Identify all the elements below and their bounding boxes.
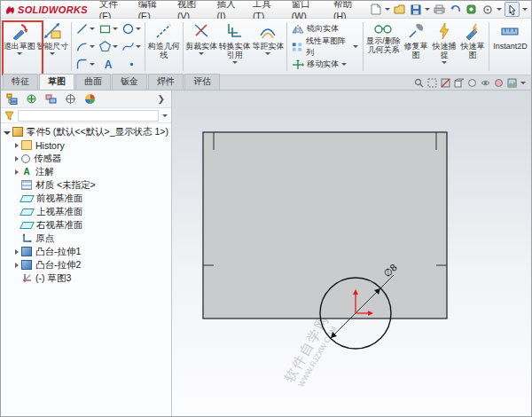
trim-entities-button[interactable]: 剪裁实体 [185, 20, 219, 74]
tree-item-sensors[interactable]: 传感器 [1, 152, 171, 165]
configuration-manager-tab[interactable] [43, 92, 58, 106]
scene-dropdown-icon[interactable] [520, 82, 526, 84]
new-dropdown-icon[interactable] [385, 8, 390, 11]
quick-snaps-button[interactable]: 快速捕捉 [430, 20, 458, 74]
select-dropdown-icon[interactable] [522, 8, 528, 11]
construction-geometry-button[interactable]: 构造几何线 [147, 20, 181, 74]
tree-item-boss-extrude1[interactable]: 凸台-拉伸1 [1, 245, 171, 258]
sketch-icon [21, 273, 32, 283]
tree-item-part[interactable]: 零件5 (默认<<默认>_显示状态 1>) [1, 125, 171, 138]
dimxpert-manager-tab[interactable] [63, 92, 77, 106]
solidworks-window: SOLIDWORKS 文件(F) 编辑(E) 视图(V) 插入(I) 工具(T)… [0, 0, 532, 417]
expand-icon[interactable] [15, 156, 19, 161]
display-style-icon[interactable] [467, 78, 477, 88]
print-icon[interactable] [433, 3, 446, 16]
circle-dropdown-icon[interactable] [136, 28, 141, 30]
fillet-tool-button[interactable] [74, 56, 97, 74]
tab-features[interactable]: 特征 [3, 74, 38, 90]
expand-icon[interactable] [15, 169, 19, 175]
move-entities-dropdown-icon[interactable] [341, 63, 347, 66]
tab-sheet-metal[interactable]: 钣金 [112, 74, 147, 90]
expand-icon[interactable] [15, 143, 19, 148]
graphics-viewport[interactable]: 软件自学网 WWW.RJZXW.COM 软件自学网 WWW.RJZXW.COM … [172, 90, 531, 416]
filter-funnel-icon[interactable] [4, 111, 14, 121]
fillet-dropdown-icon[interactable] [90, 63, 95, 66]
tree-item-origin[interactable]: 原点 [1, 232, 171, 245]
tree-item-material[interactable]: 材质 <未指定> [1, 178, 171, 192]
tab-sketch[interactable]: 草图 [39, 74, 74, 90]
view-orientation-icon[interactable] [454, 78, 464, 88]
expand-icon[interactable] [15, 263, 19, 268]
tab-evaluate[interactable]: 评估 [184, 74, 220, 90]
filter-input[interactable] [18, 110, 159, 122]
feature-manager-tab[interactable] [4, 92, 19, 106]
tree-item-front-plane[interactable]: 前视基准面 [1, 192, 171, 205]
rapid-sketch-button[interactable]: 快速草图 [458, 20, 487, 74]
tree-item-history[interactable]: History [1, 138, 171, 152]
spline-tool-button[interactable] [120, 38, 143, 56]
panel-expand-chevron[interactable]: ❯ [155, 94, 168, 104]
options-dropdown-icon[interactable] [497, 8, 502, 11]
display-relations-button[interactable]: 显示/删除几何关系 [365, 20, 402, 74]
repair-sketch-button[interactable]: 修复草图 [402, 20, 430, 74]
tab-weldments[interactable]: 焊件 [148, 74, 184, 90]
offset-entities-button[interactable]: 等距实体 [252, 20, 286, 74]
open-icon[interactable] [393, 3, 406, 16]
smart-dimension-button[interactable]: 智能尺寸 [36, 20, 70, 74]
text-tool-button[interactable]: A [97, 56, 120, 74]
options-gear-icon[interactable] [481, 3, 494, 16]
plane-icon [20, 222, 35, 229]
apply-scene-icon[interactable] [507, 78, 517, 88]
ribbon-separator [489, 22, 489, 71]
tree-item-label: 上视基准面 [36, 206, 83, 218]
property-manager-tab[interactable] [24, 92, 38, 106]
rectangle-tool-button[interactable] [97, 20, 120, 38]
expand-icon[interactable] [15, 249, 19, 255]
tree-item-annotations[interactable]: A 注解 [1, 165, 171, 178]
collapse-icon[interactable] [4, 131, 11, 135]
point-tool-button[interactable] [120, 56, 143, 74]
zoom-area-icon[interactable] [427, 78, 437, 88]
tree-item-sketch3[interactable]: (-) 草图3 [1, 271, 171, 285]
tree-filter-row [1, 108, 171, 123]
select-cursor-icon[interactable] [505, 2, 520, 17]
arc-dropdown-icon[interactable] [90, 45, 95, 48]
spline-dropdown-icon[interactable] [136, 45, 141, 48]
part-face[interactable] [203, 132, 447, 319]
polygon-tool-button[interactable] [97, 38, 120, 56]
quick-snaps-dropdown-icon[interactable] [442, 61, 447, 64]
save-dropdown-icon[interactable] [425, 8, 430, 11]
tab-surfaces[interactable]: 曲面 [75, 74, 111, 90]
tree-item-top-plane[interactable]: 上视基准面 [1, 205, 171, 218]
linear-pattern-button[interactable]: 线性草图阵列 [289, 38, 361, 56]
display-manager-tab[interactable] [82, 92, 97, 106]
save-icon[interactable] [409, 3, 422, 16]
offset-dropdown-icon[interactable] [265, 52, 270, 55]
circle-tool-button[interactable] [120, 20, 143, 38]
section-view-icon[interactable] [441, 78, 450, 88]
linear-pattern-dropdown-icon[interactable] [353, 45, 358, 48]
smart-dimension-dropdown-icon[interactable] [50, 52, 55, 55]
line-tool-button[interactable] [74, 20, 97, 38]
instant2d-button[interactable]: Instant2D [491, 20, 529, 74]
rectangle-dropdown-icon[interactable] [113, 28, 118, 30]
line-dropdown-icon[interactable] [90, 28, 95, 30]
edit-appearance-icon[interactable] [494, 78, 504, 88]
rebuild-icon[interactable] [465, 3, 478, 16]
filter-dropdown-icon[interactable] [162, 114, 168, 117]
arc-tool-button[interactable] [74, 38, 97, 56]
hide-show-items-icon[interactable] [481, 78, 490, 88]
zoom-fit-icon[interactable] [414, 78, 424, 88]
tree-item-boss-extrude2[interactable]: 凸台-拉伸2 [1, 258, 171, 271]
convert-entities-button[interactable]: 转换实体引用 [218, 20, 252, 74]
convert-dropdown-icon[interactable] [232, 61, 238, 64]
new-document-icon[interactable] [369, 3, 382, 16]
tree-item-right-plane[interactable]: 右视基准面 [1, 218, 171, 232]
undo-icon[interactable] [449, 3, 462, 16]
polygon-dropdown-icon[interactable] [113, 45, 118, 48]
exit-sketch-button[interactable]: 退出草图 [3, 20, 36, 74]
trim-dropdown-icon[interactable] [199, 52, 204, 55]
exit-sketch-dropdown-icon[interactable] [17, 52, 22, 55]
tree-item-label: 凸台-拉伸1 [35, 246, 81, 258]
move-entities-button[interactable]: 移动实体 [289, 56, 361, 74]
